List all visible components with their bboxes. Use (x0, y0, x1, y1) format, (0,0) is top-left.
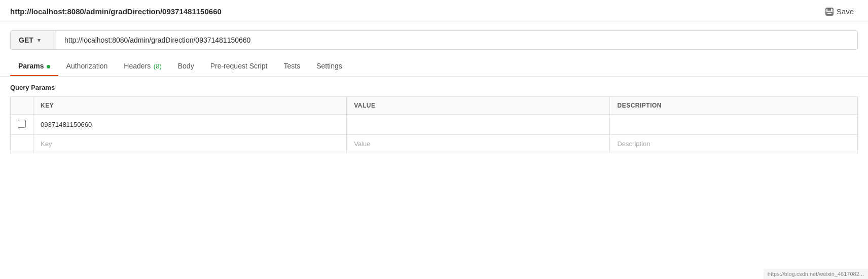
params-table: KEY VALUE DESCRIPTION 09371481150660 (10, 96, 858, 153)
tab-headers[interactable]: Headers (8) (116, 57, 169, 76)
tab-settings[interactable]: Settings (308, 57, 350, 76)
row-checkbox[interactable] (18, 120, 26, 128)
row-desc-cell (610, 115, 858, 135)
tab-headers-label: Headers (124, 62, 151, 70)
placeholder-key: Key (41, 140, 52, 148)
section-title: Query Params (10, 77, 858, 96)
tab-params[interactable]: Params (10, 57, 58, 76)
tab-prerequest-label: Pre-request Script (210, 62, 268, 70)
url-bar: GET ▾ (10, 30, 858, 50)
headers-badge: (8) (152, 62, 162, 70)
tabs: Params Authorization Headers (8) Body Pr… (10, 57, 858, 76)
tab-prerequest[interactable]: Pre-request Script (202, 57, 276, 76)
save-icon (825, 8, 834, 16)
placeholder-value: Value (354, 140, 370, 148)
method-label: GET (19, 36, 33, 44)
url-input[interactable] (56, 31, 857, 49)
row-key-value: 09371481150660 (41, 121, 92, 128)
row-value-cell (347, 115, 610, 135)
table-row: 09371481150660 (11, 115, 858, 135)
tab-body[interactable]: Body (170, 57, 202, 76)
top-bar: http://localhost:8080/admin/gradDirectio… (0, 0, 868, 23)
row-checkbox-cell (11, 115, 33, 135)
svg-rect-1 (827, 8, 831, 11)
params-dot (47, 65, 50, 68)
method-selector[interactable]: GET ▾ (11, 31, 56, 49)
page-title: http://localhost:8080/admin/gradDirectio… (10, 7, 222, 16)
placeholder-row: Key Value Description (11, 135, 858, 153)
tab-params-label: Params (18, 62, 44, 70)
tabs-container: Params Authorization Headers (8) Body Pr… (0, 57, 868, 77)
placeholder-key-cell[interactable]: Key (33, 135, 347, 153)
content-area: Query Params KEY VALUE DESCRIPTION 09371… (0, 77, 868, 153)
tab-settings-label: Settings (316, 62, 342, 70)
save-button[interactable]: Save (821, 5, 858, 18)
col-description: DESCRIPTION (610, 97, 858, 115)
placeholder-desc-cell[interactable]: Description (610, 135, 858, 153)
row-key-cell: 09371481150660 (33, 115, 347, 135)
tab-tests-label: Tests (283, 62, 300, 70)
tab-authorization-label: Authorization (66, 62, 108, 70)
save-label: Save (837, 7, 854, 16)
col-key: KEY (33, 97, 347, 115)
placeholder-description: Description (617, 140, 650, 148)
svg-rect-2 (827, 12, 832, 15)
tab-tests[interactable]: Tests (275, 57, 308, 76)
tab-authorization[interactable]: Authorization (58, 57, 116, 76)
col-checkbox (11, 97, 33, 115)
placeholder-checkbox-cell (11, 135, 33, 153)
chevron-down-icon: ▾ (38, 37, 41, 44)
col-value: VALUE (347, 97, 610, 115)
placeholder-value-cell[interactable]: Value (347, 135, 610, 153)
tab-body-label: Body (178, 62, 194, 70)
